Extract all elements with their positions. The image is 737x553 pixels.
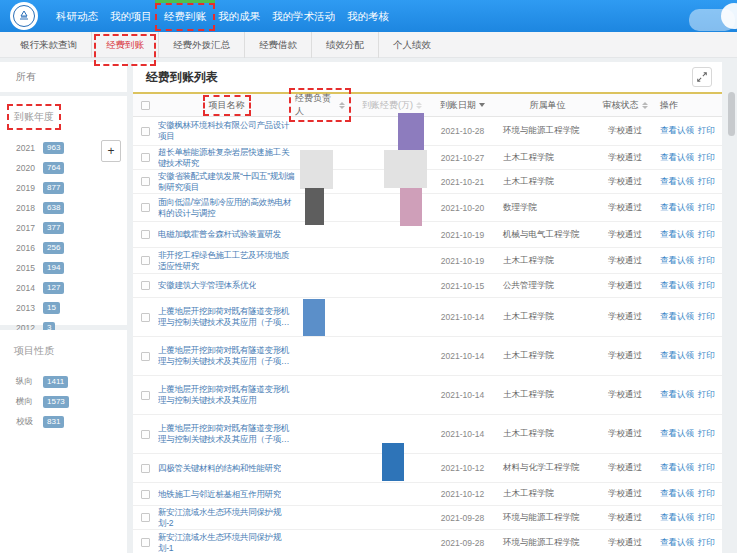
nature-filter-item[interactable]: 纵向1411: [0, 372, 127, 392]
select-all-checkbox[interactable]: [141, 101, 150, 110]
view-claim-link[interactable]: 查看认领: [660, 537, 694, 549]
subnav-item[interactable]: 绩效分配: [312, 32, 379, 58]
topnav-item[interactable]: 经费到账: [158, 0, 212, 32]
subnav-item[interactable]: 经费到账: [92, 32, 159, 58]
subnav-item[interactable]: 经费借款: [245, 32, 312, 58]
view-claim-link[interactable]: 查看认领: [660, 229, 694, 241]
project-name-link[interactable]: 面向低温/室温制冷应用的高效热电材料的设计与调控: [158, 197, 295, 219]
project-name-link[interactable]: 上覆地层开挖卸荷对既有隧道变形机理与控制关键技术及其应用（子项目2）: [158, 423, 295, 445]
row-checkbox[interactable]: [141, 538, 150, 547]
project-name-link[interactable]: 地铁施工与邻近桩基相互作用研究: [158, 489, 281, 500]
view-claim-link[interactable]: 查看认领: [660, 255, 694, 267]
print-link[interactable]: 打印: [698, 176, 715, 188]
topnav-item[interactable]: 我的成果: [212, 0, 266, 32]
view-claim-link[interactable]: 查看认领: [660, 488, 694, 500]
row-checkbox[interactable]: [141, 352, 150, 361]
view-claim-link[interactable]: 查看认领: [660, 280, 694, 292]
topnav-item[interactable]: 我的考核: [341, 0, 395, 32]
subnav-item[interactable]: 个人绩效: [379, 32, 445, 58]
print-link[interactable]: 打印: [698, 389, 715, 401]
year-filter-item[interactable]: 2017377: [0, 218, 127, 238]
project-name-link[interactable]: 非开挖工程绿色施工工艺及环境地质适应性研究: [158, 250, 295, 272]
project-name-link[interactable]: 四极管关键材料的结构和性能研究: [158, 463, 281, 474]
view-claim-link[interactable]: 查看认领: [660, 428, 694, 440]
print-link[interactable]: 打印: [698, 311, 715, 323]
year-filter-item[interactable]: 201315: [0, 298, 127, 318]
filter-all[interactable]: 所有: [16, 70, 36, 84]
project-name-link[interactable]: 安徽枫林环境科技有限公司产品设计项目: [158, 120, 295, 142]
project-name-link[interactable]: 安徽建筑大学管理体系优化: [158, 280, 256, 291]
row-checkbox[interactable]: [141, 464, 150, 473]
expand-button[interactable]: [692, 67, 712, 87]
amount-cell: [345, 376, 430, 414]
view-claim-link[interactable]: 查看认领: [660, 311, 694, 323]
header-amount[interactable]: 到账经费(万): [345, 94, 430, 116]
view-claim-link[interactable]: 查看认领: [660, 389, 694, 401]
project-name-link[interactable]: 新安江流域水生态环境共同保护规划-1: [158, 532, 295, 553]
header-status[interactable]: 审核状态: [600, 94, 650, 116]
add-filter-button[interactable]: +: [101, 140, 121, 162]
view-claim-link[interactable]: 查看认领: [660, 125, 694, 137]
print-link[interactable]: 打印: [698, 462, 715, 474]
project-name-link[interactable]: 电磁加载霍普金森杆试验装置研发: [158, 229, 281, 240]
year-filter-item[interactable]: 2016256: [0, 238, 127, 258]
status-cell: 学校通过: [600, 117, 650, 145]
print-link[interactable]: 打印: [698, 428, 715, 440]
row-checkbox[interactable]: [141, 127, 150, 136]
subnav-item[interactable]: 银行来款查询: [6, 32, 92, 58]
print-link[interactable]: 打印: [698, 202, 715, 214]
header-date[interactable]: 到账日期: [430, 94, 495, 116]
view-claim-link[interactable]: 查看认领: [660, 512, 694, 524]
scrollbar-thumb[interactable]: [728, 92, 735, 136]
amount-cell: [345, 530, 430, 553]
table-body: 安徽枫林环境科技有限公司产品设计项目2021-10-28环境与能源工程学院学校通…: [133, 117, 722, 553]
row-checkbox[interactable]: [141, 203, 150, 212]
project-name-cell: 面向低温/室温制冷应用的高效热电材料的设计与调控: [158, 194, 295, 221]
project-name-link[interactable]: 新安江流域水生态环境共同保护规划-2: [158, 507, 295, 529]
project-name-link[interactable]: 上覆地层开挖卸荷对既有隧道变形机理与控制关键技术及其应用: [158, 384, 295, 406]
year-filter-item[interactable]: 2018638: [0, 198, 127, 218]
print-link[interactable]: 打印: [698, 152, 715, 164]
funding-list-card: 经费到账列表 项目名称: [133, 62, 722, 553]
subnav-item-label: 经费到账: [106, 39, 144, 50]
row-checkbox-cell: [133, 454, 158, 482]
year-filter-item[interactable]: 2019877: [0, 178, 127, 198]
year-filter-item[interactable]: 2014127: [0, 278, 127, 298]
view-claim-link[interactable]: 查看认领: [660, 350, 694, 362]
row-checkbox[interactable]: [141, 430, 150, 439]
project-name-link[interactable]: 上覆地层开挖卸荷对既有隧道变形机理与控制关键技术及其应用（子项目1）: [158, 345, 295, 367]
header-person[interactable]: 经费负责人: [295, 94, 345, 116]
view-claim-link[interactable]: 查看认领: [660, 202, 694, 214]
project-name-link[interactable]: 上覆地层开挖卸荷对既有隧道变形机理与控制关键技术及其应用（子项目3）: [158, 306, 295, 328]
print-link[interactable]: 打印: [698, 350, 715, 362]
row-checkbox[interactable]: [141, 391, 150, 400]
nature-filter-item[interactable]: 校级831: [0, 412, 127, 432]
row-checkbox[interactable]: [141, 490, 150, 499]
row-checkbox[interactable]: [141, 153, 150, 162]
print-link[interactable]: 打印: [698, 125, 715, 137]
topnav-item[interactable]: 我的项目: [104, 0, 158, 32]
print-link[interactable]: 打印: [698, 512, 715, 524]
view-claim-link[interactable]: 查看认领: [660, 462, 694, 474]
topnav-item[interactable]: 科研动态: [50, 0, 104, 32]
view-claim-link[interactable]: 查看认领: [660, 152, 694, 164]
row-checkbox[interactable]: [141, 256, 150, 265]
view-claim-link[interactable]: 查看认领: [660, 176, 694, 188]
row-checkbox[interactable]: [141, 313, 150, 322]
project-name-link[interactable]: 超长单桩能源桩复杂岩层快速施工关键技术研究: [158, 147, 295, 169]
print-link[interactable]: 打印: [698, 488, 715, 500]
nature-filter-item[interactable]: 横向1573: [0, 392, 127, 412]
project-name-link[interactable]: 安徽省装配式建筑发展“十四五”规划编制研究项目: [158, 171, 295, 193]
row-checkbox[interactable]: [141, 281, 150, 290]
print-link[interactable]: 打印: [698, 537, 715, 549]
row-checkbox[interactable]: [141, 177, 150, 186]
row-checkbox[interactable]: [141, 230, 150, 239]
subnav-item[interactable]: 经费外拨汇总: [159, 32, 245, 58]
print-link[interactable]: 打印: [698, 229, 715, 241]
print-link[interactable]: 打印: [698, 280, 715, 292]
topnav-item[interactable]: 我的学术活动: [266, 0, 341, 32]
print-link[interactable]: 打印: [698, 255, 715, 267]
row-checkbox[interactable]: [141, 513, 150, 522]
row-checkbox-cell: [133, 415, 158, 453]
year-filter-item[interactable]: 2015194: [0, 258, 127, 278]
